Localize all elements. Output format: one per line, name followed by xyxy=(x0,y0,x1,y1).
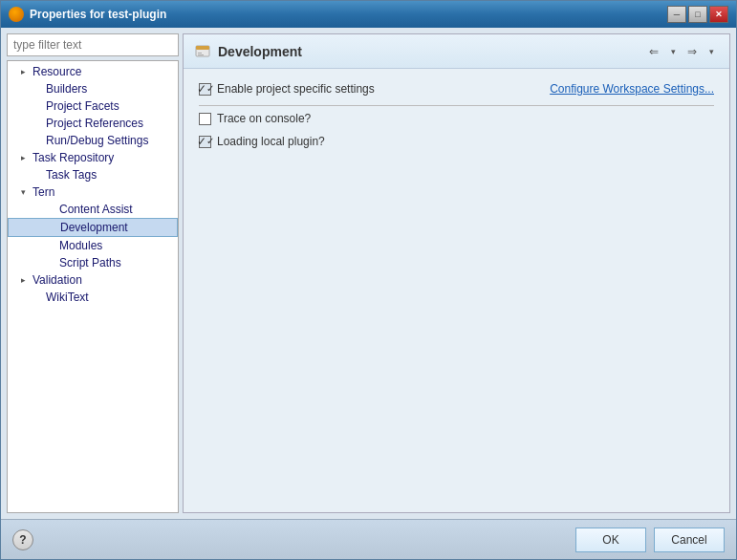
tree-item-label: Validation xyxy=(33,273,82,287)
loading-plugin-text: Loading local plugin? xyxy=(217,135,325,148)
bottom-right: OK Cancel xyxy=(575,528,725,552)
tree-item-development[interactable]: Development xyxy=(8,218,178,237)
chevron-down-icon xyxy=(21,187,31,197)
tree-item-script-paths[interactable]: Script Paths xyxy=(8,254,178,271)
enable-project-specific-text: Enable project specific settings xyxy=(217,82,375,96)
right-panel: Development ⇐ ▾ ⇒ ▾ xyxy=(183,33,730,513)
checkmark-icon: ✓ xyxy=(197,135,206,148)
loading-plugin-checkbox[interactable]: ✓ xyxy=(199,136,211,148)
tree-item-label: Modules xyxy=(59,239,102,252)
tree-item-label: Task Tags xyxy=(46,168,97,182)
enable-project-specific-label[interactable]: ✓ Enable project specific settings xyxy=(199,82,375,96)
ok-button[interactable]: OK xyxy=(575,528,646,552)
tree-item-task-repository[interactable]: Task Repository xyxy=(8,149,178,166)
back-icon: ⇐ xyxy=(649,45,659,58)
tree-item-builders[interactable]: Builders xyxy=(8,80,178,97)
tree-item-validation[interactable]: Validation xyxy=(8,271,178,289)
forward-dropdown[interactable]: ▾ xyxy=(704,41,718,62)
tree-item-wikitext[interactable]: WikiText xyxy=(8,289,178,306)
tree-item-label: Content Assist xyxy=(59,203,133,216)
cancel-button[interactable]: Cancel xyxy=(654,528,725,552)
tree-item-label: Tern xyxy=(33,185,54,199)
tree-item-resource[interactable]: Resource xyxy=(8,63,178,80)
tree-item-label: Development xyxy=(60,221,128,234)
trace-console-text: Trace on console? xyxy=(217,112,311,125)
tree-item-run-debug[interactable]: Run/Debug Settings xyxy=(8,132,178,149)
enable-settings-row: ✓ Enable project specific settings Confi… xyxy=(199,82,714,96)
checkmark-icon: ✓ xyxy=(197,82,206,96)
trace-console-row: Trace on console? xyxy=(199,112,714,125)
tree-item-label: Run/Debug Settings xyxy=(46,134,148,147)
loading-plugin-row: ✓ Loading local plugin? xyxy=(199,135,714,148)
chevron-right-icon xyxy=(21,67,31,76)
titlebar-buttons: ─ □ ✕ xyxy=(667,6,728,23)
svg-rect-3 xyxy=(198,54,204,55)
tree-panel: Resource Builders Project Facets Project… xyxy=(7,60,179,513)
window-title: Properties for test-plugin xyxy=(30,8,661,21)
loading-plugin-label[interactable]: ✓ Loading local plugin? xyxy=(199,135,325,148)
tree-item-project-references[interactable]: Project References xyxy=(8,115,178,132)
forward-button[interactable]: ⇒ xyxy=(682,41,703,62)
right-header: Development ⇐ ▾ ⇒ ▾ xyxy=(184,34,729,69)
main-content: Resource Builders Project Facets Project… xyxy=(1,28,736,519)
svg-rect-1 xyxy=(196,46,209,50)
development-icon xyxy=(195,44,210,59)
tree-item-tern[interactable]: Tern xyxy=(8,183,178,201)
trace-console-label[interactable]: Trace on console? xyxy=(199,112,311,125)
tree-item-label: Builders xyxy=(46,82,87,96)
tree-item-label: Script Paths xyxy=(59,256,121,269)
tree-item-label: Resource xyxy=(33,65,81,78)
settings-separator xyxy=(199,105,714,106)
tree-item-label: Project References xyxy=(46,117,143,130)
back-button[interactable]: ⇐ xyxy=(643,41,664,62)
configure-workspace-link[interactable]: Configure Workspace Settings... xyxy=(550,82,714,96)
trace-console-checkbox[interactable] xyxy=(199,113,211,125)
enable-project-specific-checkbox[interactable]: ✓ xyxy=(199,83,211,96)
tree-item-label: WikiText xyxy=(46,291,89,304)
tree-item-label: Project Facets xyxy=(46,99,119,113)
tree-item-project-facets[interactable]: Project Facets xyxy=(8,97,178,115)
left-panel: Resource Builders Project Facets Project… xyxy=(7,33,179,513)
properties-dialog: Properties for test-plugin ─ □ ✕ Resourc… xyxy=(0,0,737,560)
tree-item-label: Task Repository xyxy=(33,151,114,164)
titlebar: Properties for test-plugin ─ □ ✕ xyxy=(1,1,736,28)
chevron-right-icon xyxy=(21,275,31,285)
help-button[interactable]: ? xyxy=(12,529,33,550)
bottom-bar: ? OK Cancel xyxy=(1,519,736,559)
filter-input[interactable] xyxy=(7,33,179,56)
forward-icon: ⇒ xyxy=(687,45,697,58)
panel-title: Development xyxy=(218,44,302,59)
close-button[interactable]: ✕ xyxy=(709,6,728,23)
right-toolbar: ⇐ ▾ ⇒ ▾ xyxy=(643,41,718,62)
svg-rect-2 xyxy=(198,53,202,54)
window-icon xyxy=(9,7,24,22)
tree-item-task-tags[interactable]: Task Tags xyxy=(8,166,178,183)
chevron-right-icon xyxy=(21,153,31,162)
bottom-left: ? xyxy=(12,529,33,550)
right-body: ✓ Enable project specific settings Confi… xyxy=(184,69,729,512)
right-header-left: Development xyxy=(195,44,302,59)
maximize-button[interactable]: □ xyxy=(688,6,707,23)
minimize-button[interactable]: ─ xyxy=(667,6,686,23)
tree-item-content-assist[interactable]: Content Assist xyxy=(8,201,178,218)
tree-item-modules[interactable]: Modules xyxy=(8,237,178,254)
back-dropdown[interactable]: ▾ xyxy=(666,41,680,62)
